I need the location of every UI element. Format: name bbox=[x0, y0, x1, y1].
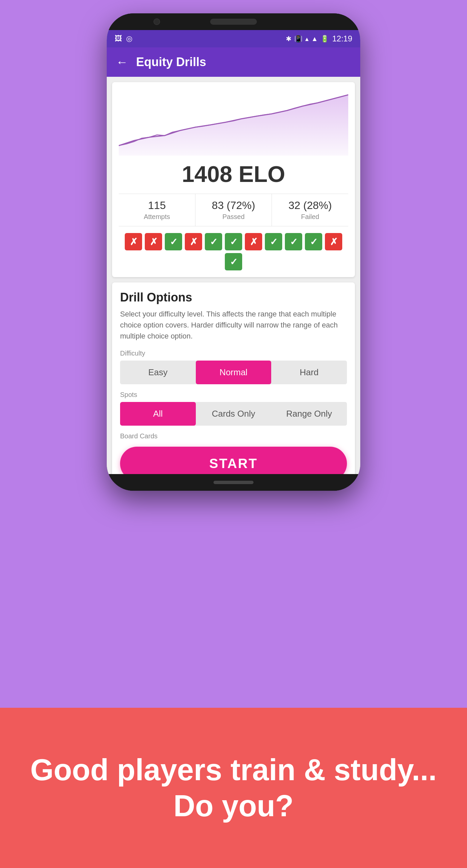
result-fail: ✗ bbox=[145, 233, 162, 250]
elo-chart bbox=[119, 89, 348, 156]
spots-cards-only-button[interactable]: Cards Only bbox=[196, 402, 271, 426]
result-pass: ✓ bbox=[265, 233, 282, 250]
start-button-container: START bbox=[120, 443, 347, 474]
lens-icon: ◎ bbox=[126, 34, 132, 43]
result-fail: ✗ bbox=[125, 233, 142, 250]
attempts-value: 115 bbox=[122, 199, 193, 212]
result-pass: ✓ bbox=[305, 233, 322, 250]
spots-label: Spots bbox=[120, 391, 347, 399]
start-button[interactable]: START bbox=[120, 447, 347, 474]
vibrate-icon: 📳 bbox=[294, 35, 303, 43]
difficulty-normal-button[interactable]: Normal bbox=[196, 361, 271, 384]
result-pass: ✓ bbox=[285, 233, 302, 250]
difficulty-button-group: Easy Normal Hard bbox=[120, 361, 347, 384]
wifi-icon: ▴ bbox=[305, 35, 308, 43]
spots-button-group: All Cards Only Range Only bbox=[120, 402, 347, 426]
app-bar: ← Equity Drills bbox=[107, 48, 360, 77]
results-row: ✗ ✗ ✓ ✗ ✓ ✓ ✗ ✓ ✓ ✓ ✗ ✓ bbox=[119, 233, 348, 271]
bottom-banner-text: Good players train & study... Do you? bbox=[0, 752, 467, 824]
speaker bbox=[210, 19, 257, 25]
page-background: Good players train & study... Do you? 🖼 … bbox=[0, 0, 467, 868]
phone-bottom-bezel bbox=[107, 474, 360, 491]
difficulty-hard-button[interactable]: Hard bbox=[271, 361, 347, 384]
passed-stat: 83 (72%) Passed bbox=[196, 194, 272, 226]
back-button[interactable]: ← bbox=[116, 55, 128, 69]
front-camera bbox=[154, 18, 160, 25]
signal-icon: ▲ bbox=[311, 35, 318, 43]
phone-top-bezel bbox=[107, 13, 360, 30]
battery-icon: 🔋 bbox=[321, 35, 329, 43]
result-fail: ✗ bbox=[245, 233, 262, 250]
status-bar: 🖼 ◎ ✱ 📳 ▴ ▲ 🔋 12:19 bbox=[107, 30, 360, 48]
elo-chart-svg bbox=[119, 89, 348, 156]
stats-row: 115 Attempts 83 (72%) Passed 32 (28%) Fa… bbox=[119, 194, 348, 226]
result-fail: ✗ bbox=[185, 233, 202, 250]
attempts-stat: 115 Attempts bbox=[119, 194, 196, 226]
attempts-label: Attempts bbox=[122, 213, 193, 221]
passed-value: 83 (72%) bbox=[198, 199, 269, 212]
bluetooth-icon: ✱ bbox=[286, 35, 292, 43]
spots-all-button[interactable]: All bbox=[120, 402, 196, 426]
clock: 12:19 bbox=[332, 34, 352, 43]
result-pass: ✓ bbox=[205, 233, 222, 250]
status-left-icons: 🖼 ◎ bbox=[115, 34, 132, 43]
home-indicator bbox=[213, 481, 254, 484]
bottom-banner: Good players train & study... Do you? bbox=[0, 708, 467, 868]
result-pass: ✓ bbox=[225, 233, 242, 250]
difficulty-easy-button[interactable]: Easy bbox=[120, 361, 196, 384]
app-bar-title: Equity Drills bbox=[136, 55, 206, 69]
result-pass: ✓ bbox=[165, 233, 182, 250]
result-fail: ✗ bbox=[325, 233, 342, 250]
failed-stat: 32 (28%) Failed bbox=[272, 194, 348, 226]
connectivity-icons: ✱ 📳 ▴ ▲ 🔋 bbox=[286, 35, 329, 43]
stats-card: 1408 ELO 115 Attempts 83 (72%) Passed 32… bbox=[112, 82, 355, 277]
passed-label: Passed bbox=[198, 213, 269, 221]
drill-options-title: Drill Options bbox=[120, 290, 347, 305]
failed-label: Failed bbox=[274, 213, 345, 221]
difficulty-label: Difficulty bbox=[120, 349, 347, 357]
phone-shell: 🖼 ◎ ✱ 📳 ▴ ▲ 🔋 12:19 ← Equity D bbox=[107, 13, 360, 491]
spots-range-only-button[interactable]: Range Only bbox=[271, 402, 347, 426]
phone-screen: 🖼 ◎ ✱ 📳 ▴ ▲ 🔋 12:19 ← Equity D bbox=[107, 30, 360, 474]
drill-options-description: Select your difficulty level. This affec… bbox=[120, 308, 347, 342]
failed-value: 32 (28%) bbox=[274, 199, 345, 212]
drill-options-card: Drill Options Select your difficulty lev… bbox=[112, 282, 355, 474]
image-icon: 🖼 bbox=[115, 34, 122, 43]
board-cards-label: Board Cards bbox=[120, 432, 347, 440]
screen-content: 1408 ELO 115 Attempts 83 (72%) Passed 32… bbox=[107, 77, 360, 474]
status-right-area: ✱ 📳 ▴ ▲ 🔋 12:19 bbox=[286, 34, 352, 43]
elo-value: 1408 ELO bbox=[119, 161, 348, 187]
result-pass: ✓ bbox=[225, 253, 242, 271]
